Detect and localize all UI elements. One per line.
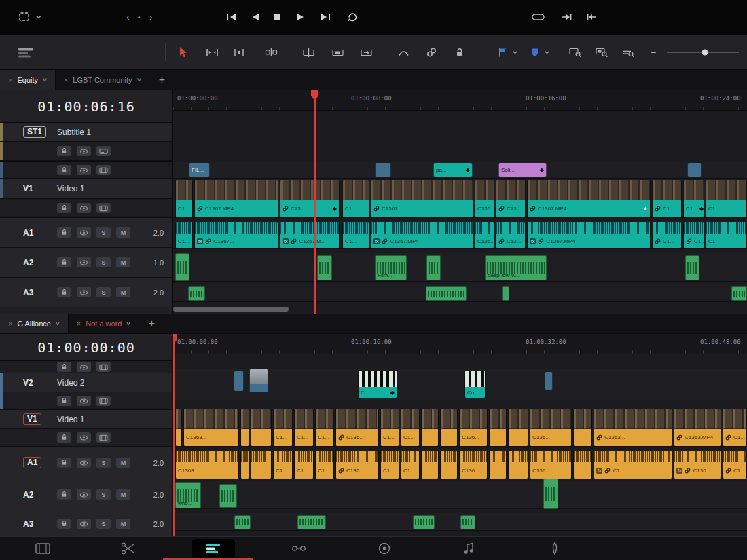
timeline-tab[interactable]: ×Equity∨ xyxy=(0,70,56,90)
lock-icon[interactable] xyxy=(57,519,71,529)
bluebar-clip[interactable] xyxy=(234,371,244,391)
video-clip[interactable] xyxy=(251,409,272,446)
overlay-clip[interactable]: FIL... xyxy=(189,163,210,177)
lock-icon[interactable] xyxy=(57,489,71,500)
first-frame-button[interactable] xyxy=(226,13,237,21)
green-clip[interactable] xyxy=(685,255,699,280)
green-clip[interactable] xyxy=(234,515,251,529)
video-clip[interactable]: C1... xyxy=(401,409,420,446)
audio-clip[interactable] xyxy=(489,451,507,479)
cut-page-button[interactable] xyxy=(107,539,150,559)
eye-icon[interactable] xyxy=(77,362,91,372)
audio-clip[interactable]: C136... xyxy=(475,222,494,248)
track-id-a2[interactable]: A2 xyxy=(23,490,33,500)
trim-edit-mode-button[interactable] xyxy=(205,48,219,57)
position-lock-button[interactable] xyxy=(455,48,464,57)
sparkle-marker-icon[interactable]: ★ xyxy=(643,206,648,212)
playhead[interactable] xyxy=(314,90,316,314)
video-clip[interactable]: C13...◆ xyxy=(280,180,340,217)
video-clip[interactable]: C1... xyxy=(273,409,293,446)
lock-icon[interactable] xyxy=(57,257,71,267)
eye-icon[interactable] xyxy=(77,165,91,175)
video-clip[interactable]: C136... xyxy=(459,409,488,446)
track-id-a3[interactable]: A3 xyxy=(23,519,33,529)
flag-button[interactable] xyxy=(498,47,507,57)
playhead[interactable] xyxy=(173,334,175,536)
green-clip[interactable] xyxy=(731,286,747,301)
solo-button[interactable]: S xyxy=(96,257,111,267)
cc-icon[interactable] xyxy=(96,146,111,156)
chevron-down-icon[interactable] xyxy=(35,14,42,20)
chevron-down-icon[interactable] xyxy=(544,50,550,54)
video-clip[interactable]: C1... xyxy=(175,180,193,217)
audio-clip[interactable] xyxy=(440,451,458,479)
viewer-mode-button[interactable] xyxy=(18,12,31,22)
video-clip[interactable] xyxy=(421,409,439,446)
video-clip[interactable]: C136... xyxy=(335,409,379,446)
video-clip[interactable]: C136... xyxy=(475,180,494,217)
video-clip[interactable]: C1... xyxy=(294,409,314,446)
audio-clip[interactable]: C136... xyxy=(335,451,379,479)
audio-clip[interactable]: C1... xyxy=(380,451,399,479)
green-clip[interactable] xyxy=(413,515,435,529)
green-clip[interactable] xyxy=(426,255,441,280)
video-clip[interactable]: C1367... xyxy=(371,180,473,217)
eye-icon[interactable] xyxy=(77,489,91,500)
next-marker-button[interactable] xyxy=(562,13,572,21)
track-controls-row[interactable] xyxy=(0,161,172,179)
audio-clip[interactable]: C1... xyxy=(723,451,747,479)
diamond-marker-icon[interactable]: ◆ xyxy=(699,206,704,212)
audio-clip[interactable]: fxC1367.MP4 xyxy=(371,222,473,248)
track-header-a2[interactable]: A2SM2.0 xyxy=(0,479,172,510)
green-clip[interactable] xyxy=(543,479,558,509)
zoom-custom-button[interactable] xyxy=(622,47,635,57)
video-clip[interactable] xyxy=(508,409,528,446)
track-id-st1[interactable]: ST1 xyxy=(23,126,46,138)
timeline-clip-area[interactable]: 01:00:00:0001:00:08:0001:00:16:0001:00:2… xyxy=(173,90,747,314)
marker-button[interactable] xyxy=(530,47,539,57)
zoom-out-button[interactable]: − xyxy=(651,47,656,58)
audio-clip[interactable]: C1... xyxy=(175,222,193,248)
audio-clip[interactable]: C1... xyxy=(294,451,314,479)
mute-button[interactable]: M xyxy=(116,227,130,238)
video-clip[interactable]: C1... xyxy=(380,409,399,446)
eye-icon[interactable] xyxy=(77,432,91,443)
eye-icon[interactable] xyxy=(77,458,91,468)
lock-icon[interactable] xyxy=(57,227,71,238)
timeline-tab[interactable]: ×Not a word∨ xyxy=(69,314,140,333)
eye-icon[interactable] xyxy=(77,519,91,529)
timeline-clip-area[interactable]: 01:00:00:0001:00:16:0001:00:32:0001:00:4… xyxy=(173,334,747,536)
video-clip[interactable]: C13... xyxy=(496,180,526,217)
audio-clip[interactable]: C13... xyxy=(496,222,526,248)
audio-clip[interactable]: C1 xyxy=(706,222,747,248)
overlay-clip[interactable]: pa...◆ xyxy=(433,163,473,177)
bluethumb-clip[interactable] xyxy=(249,369,268,392)
overwrite-clip-button[interactable] xyxy=(331,47,344,57)
stop-button[interactable] xyxy=(274,14,281,21)
eye-icon[interactable] xyxy=(77,396,91,406)
striped-clip[interactable]: C...◆ xyxy=(358,371,397,398)
audio-clip[interactable] xyxy=(421,451,439,479)
video-clip[interactable]: C1367.MP4 xyxy=(194,180,278,217)
track-header-a1[interactable]: A1SM2.0 xyxy=(0,447,172,479)
eye-icon[interactable] xyxy=(77,287,91,297)
tab-close-icon[interactable]: × xyxy=(8,76,12,84)
track-id-a1[interactable]: A1 xyxy=(23,457,41,468)
audio-clip[interactable]: C1... xyxy=(342,222,369,248)
linked-selection-button[interactable] xyxy=(426,48,437,57)
timeline-tab[interactable]: ×LGBT Community∨ xyxy=(56,70,150,90)
lock-icon[interactable] xyxy=(57,458,71,468)
film-icon[interactable] xyxy=(96,203,111,213)
track-header-v2[interactable]: V2Video 2 xyxy=(0,373,172,392)
next-clip-button[interactable]: › xyxy=(149,12,153,22)
color-page-button[interactable] xyxy=(363,539,406,559)
play-button[interactable] xyxy=(297,13,305,21)
video-clip[interactable]: C1... xyxy=(652,180,682,217)
audio-clip[interactable]: C1... xyxy=(315,451,334,479)
lock-icon[interactable] xyxy=(57,287,71,297)
mute-button[interactable]: M xyxy=(116,489,130,500)
green-clip[interactable] xyxy=(502,286,509,301)
track-id-a2[interactable]: A2 xyxy=(23,258,33,267)
tab-close-icon[interactable]: × xyxy=(8,320,12,328)
timeline-tab[interactable]: ×G Alliance∨ xyxy=(0,314,69,333)
